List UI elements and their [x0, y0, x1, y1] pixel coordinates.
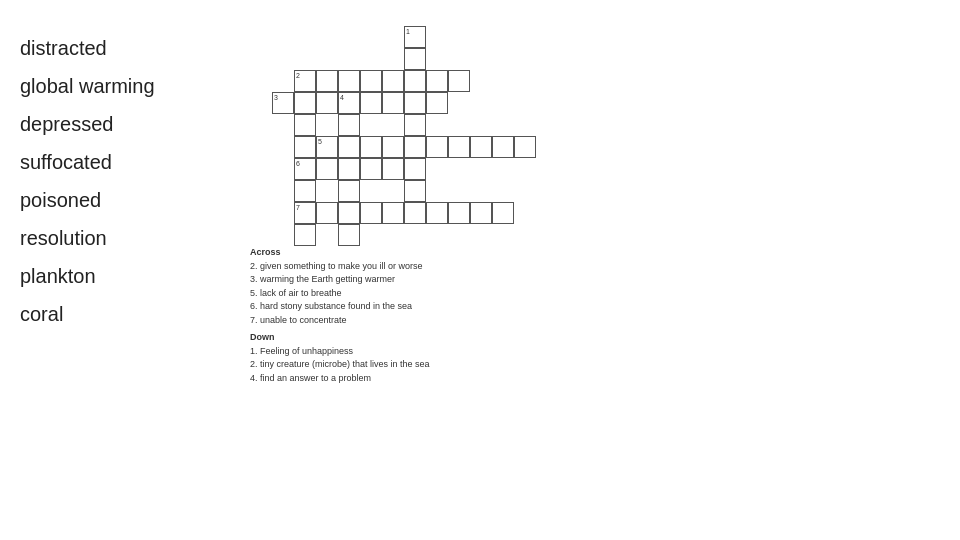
- crossword-cell: [426, 70, 448, 92]
- crossword-cell: [382, 70, 404, 92]
- crossword-cell: [404, 114, 426, 136]
- crossword-cell: [338, 224, 360, 246]
- crossword-cell: [426, 202, 448, 224]
- crossword-cell: [294, 224, 316, 246]
- crossword-cell: [294, 92, 316, 114]
- crossword-cell: [338, 158, 360, 180]
- crossword-cell: [360, 70, 382, 92]
- vocab-item: poisoned: [20, 188, 220, 212]
- crossword-cell: [382, 92, 404, 114]
- crossword-cell: [360, 202, 382, 224]
- crossword-cell: [316, 70, 338, 92]
- clue-across: 7. unable to concentrate: [250, 314, 430, 328]
- crossword-cell: [470, 136, 492, 158]
- crossword-cell: 4: [338, 92, 360, 114]
- crossword-cell: [316, 202, 338, 224]
- clue-across: 3. warming the Earth getting warmer: [250, 273, 430, 287]
- clue-across: 6. hard stony substance found in the sea: [250, 300, 430, 314]
- crossword-cell: [338, 70, 360, 92]
- main-title: [0, 12, 960, 26]
- clue-down: 2. tiny creature (microbe) that lives in…: [250, 358, 430, 372]
- clues-area: Across2. given something to make you ill…: [250, 246, 430, 385]
- crossword-cell: 1: [404, 26, 426, 48]
- vocab-item: global warming: [20, 74, 220, 98]
- crossword-cell: [360, 158, 382, 180]
- crossword-cell: [338, 202, 360, 224]
- crossword-cell: [382, 158, 404, 180]
- clue-down: 4. find an answer to a problem: [250, 372, 430, 386]
- vocab-item: coral: [20, 302, 220, 326]
- clue-down: 1. Feeling of unhappiness: [250, 345, 430, 359]
- crossword-cell: [404, 136, 426, 158]
- crossword-cell: 2: [294, 70, 316, 92]
- crossword-cell: [338, 136, 360, 158]
- crossword-cell: 3: [272, 92, 294, 114]
- crossword-cell: [316, 158, 338, 180]
- vocab-item: resolution: [20, 226, 220, 250]
- vocab-item: depressed: [20, 112, 220, 136]
- crossword-cell: [448, 136, 470, 158]
- header: [0, 0, 960, 12]
- crossword-cell: 6: [294, 158, 316, 180]
- crossword-cell: [470, 202, 492, 224]
- crossword-cell: [404, 92, 426, 114]
- crossword-cell: 5: [316, 136, 338, 158]
- clue-across: 2. given something to make you ill or wo…: [250, 260, 430, 274]
- crossword-cell: [426, 92, 448, 114]
- crossword-cell: [492, 202, 514, 224]
- crossword-cell: [360, 136, 382, 158]
- crossword-cell: [492, 136, 514, 158]
- crossword-cell: [426, 136, 448, 158]
- crossword-cell: [404, 180, 426, 202]
- crossword-cell: [338, 180, 360, 202]
- crossword-cell: [382, 202, 404, 224]
- crossword-cell: [294, 180, 316, 202]
- crossword-cell: [316, 92, 338, 114]
- vocab-item: suffocated: [20, 150, 220, 174]
- vocab-item: plankton: [20, 264, 220, 288]
- crossword-cell: [448, 70, 470, 92]
- content-area: distractedglobal warmingdepressedsuffoca…: [0, 26, 960, 340]
- crossword-cell: [448, 202, 470, 224]
- crossword-grid: 1234567: [250, 26, 536, 246]
- crossword-cell: [404, 158, 426, 180]
- crossword-cell: [294, 136, 316, 158]
- crossword-cell: [382, 136, 404, 158]
- crossword-cell: [294, 114, 316, 136]
- clues-down-title: Down: [250, 331, 430, 345]
- crossword-cell: [404, 70, 426, 92]
- clue-across: 5. lack of air to breathe: [250, 287, 430, 301]
- clues-across-title: Across: [250, 246, 430, 260]
- crossword-area: 1234567 Across2. given something to make…: [230, 26, 940, 340]
- crossword-cell: [514, 136, 536, 158]
- crossword-cell: [360, 92, 382, 114]
- crossword-cell: 7: [294, 202, 316, 224]
- vocab-list: distractedglobal warmingdepressedsuffoca…: [20, 26, 220, 340]
- vocab-item: distracted: [20, 36, 220, 60]
- crossword-cell: [404, 202, 426, 224]
- crossword-cell: [404, 48, 426, 70]
- crossword-cell: [338, 114, 360, 136]
